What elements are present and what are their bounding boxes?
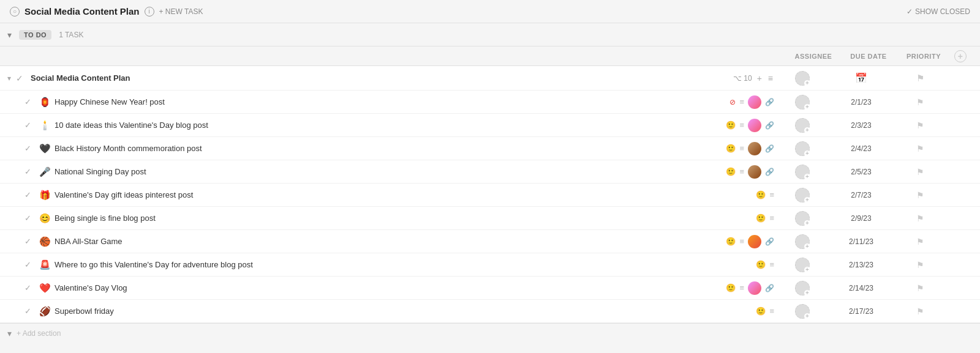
due-date[interactable]: 2/13/23 [831,261,892,269]
due-date[interactable]: 2/9/23 [831,214,892,223]
task-name[interactable]: National Singing Day post [55,167,722,176]
task-name[interactable]: NBA All-Star Game [55,237,722,246]
task-check-icon[interactable]: ✓ [24,190,36,199]
priority-flag[interactable]: ⚑ [895,260,944,270]
section-header: ▾ TO DO 1 TASK [0,23,980,46]
smiley-icon: 🙂 [756,307,766,316]
task-name[interactable]: Valentine's Day gift ideas pinterest pos… [55,190,752,199]
task-check-icon[interactable]: ✓ [24,260,36,269]
task-assignee-avatar[interactable] [748,281,761,295]
task-assignee-avatar[interactable] [748,119,761,132]
show-closed-button[interactable]: ✓ SHOW CLOSED [907,7,970,16]
plus-icon: + [804,243,810,250]
lines-icon: ≡ [769,190,774,199]
smiley-icon: 🙂 [756,214,766,223]
task-check-icon[interactable]: ✓ [24,307,36,316]
due-date[interactable]: 2/11/23 [831,237,892,246]
subtask-icon: ⌥ [733,74,742,83]
priority-flag[interactable]: ⚑ [895,307,944,316]
task-check-icon[interactable]: ✓ [24,237,36,246]
smiley-icon: 🙂 [726,167,736,176]
assignee-placeholder[interactable]: + [795,118,810,133]
task-name[interactable]: Being single is fine blog post [55,214,752,223]
task-list: ✓🏮Happy Chinese New Year! post⊘≡🔗+2/1/23… [0,91,980,323]
task-assignee-avatar[interactable] [748,165,761,179]
assignee-placeholder[interactable]: + [795,165,810,179]
parent-assignee-avatar[interactable]: + [795,71,810,86]
task-assignee-avatar[interactable] [748,235,761,248]
assignee-placeholder[interactable]: + [795,234,810,249]
task-emoji: 🖤 [39,143,51,154]
add-subtask-button[interactable]: + [756,73,763,83]
lines-icon: ≡ [769,307,774,316]
assignee-placeholder[interactable]: + [795,281,810,295]
due-date[interactable]: 2/1/23 [831,98,892,106]
task-emoji: 🎁 [39,190,51,201]
due-date[interactable]: 2/17/23 [831,307,892,316]
priority-flag[interactable]: ⚑ [895,167,944,177]
assignee-placeholder[interactable]: + [795,211,810,226]
task-emoji: ❤️ [39,283,51,294]
task-check-icon[interactable]: ✓ [24,283,36,292]
info-icon[interactable]: i [145,7,154,17]
flag-icon[interactable]: ⚑ [916,73,924,84]
due-date[interactable]: 2/3/23 [831,121,892,130]
priority-flag[interactable]: ⚑ [895,144,944,154]
task-assignee-avatar[interactable] [748,95,761,109]
task-check-icon[interactable]: ✓ [24,167,36,176]
assignee-placeholder[interactable]: + [795,141,810,156]
assignee-placeholder[interactable]: + [795,304,810,319]
expand-icon[interactable]: ▾ [7,74,11,83]
task-name[interactable]: Happy Chinese New Year! post [55,97,726,106]
assignee-placeholder[interactable]: + [795,258,810,272]
back-circle-icon[interactable]: ○ [10,7,20,17]
task-check-icon[interactable]: ✓ [24,97,36,106]
attachment-icon: 🔗 [765,144,774,153]
task-name[interactable]: 10 date ideas this Valentine's Day blog … [55,121,722,130]
priority-flag[interactable]: ⚑ [895,237,944,247]
bottom-icon: ▾ [7,329,12,338]
due-date[interactable]: 2/4/23 [831,144,892,153]
task-assignee-avatar[interactable] [748,142,761,155]
parent-priority: ⚑ [895,73,944,84]
task-name[interactable]: Black History Month commemoration post [55,144,722,153]
priority-flag[interactable]: ⚑ [895,121,944,130]
priority-flag[interactable]: ⚑ [895,97,944,107]
calendar-icon[interactable]: 📅 [855,72,867,84]
task-check-icon[interactable]: ✓ [24,214,36,223]
lines-icon: ≡ [739,97,744,106]
new-task-button[interactable]: + NEW TASK [159,7,203,16]
due-date[interactable]: 2/14/23 [831,284,892,292]
new-task-label: + NEW TASK [159,7,203,16]
task-name[interactable]: Where to go this Valentine's Day for adv… [55,260,752,269]
plus-icon: + [804,80,810,86]
assignee-placeholder[interactable]: + [795,188,810,203]
task-check-icon[interactable]: ✓ [24,121,36,130]
plus-icon: + [804,127,810,133]
priority-flag[interactable]: ⚑ [895,190,944,200]
add-column-button[interactable]: + [954,50,967,62]
task-row: ✓❤️Valentine's Day Vlog🙂≡🔗+2/14/23⚑ [0,277,980,300]
priority-flag[interactable]: ⚑ [895,214,944,223]
parent-task-row: ▾ ✓ Social Media Content Plan ⌥ 10 + ≡ +… [0,66,980,91]
due-date[interactable]: 2/5/23 [831,168,892,176]
parent-check-icon[interactable]: ✓ [16,73,27,83]
task-row: ✓🏀NBA All-Star Game🙂≡🔗+2/11/23⚑ [0,230,980,253]
smiley-icon: 🙂 [726,121,736,130]
task-check-icon[interactable]: ✓ [24,144,36,153]
checkmark-icon: ✓ [907,7,913,16]
lines-icon: ≡ [739,283,744,292]
task-options-button[interactable]: ≡ [767,73,774,83]
due-date[interactable]: 2/7/23 [831,191,892,199]
attachment-icon: 🔗 [765,121,774,130]
smiley-icon: 🙂 [726,144,736,153]
priority-flag[interactable]: ⚑ [895,283,944,293]
smiley-icon: 🙂 [756,190,766,199]
smiley-icon: 🙂 [756,260,766,269]
section-collapse-button[interactable]: ▾ [7,30,12,40]
lines-icon: ≡ [739,121,744,130]
task-name[interactable]: Valentine's Day Vlog [55,283,722,292]
task-name[interactable]: Superbowl friday [55,307,752,316]
lines-icon: ≡ [739,167,744,176]
assignee-placeholder[interactable]: + [795,95,810,110]
